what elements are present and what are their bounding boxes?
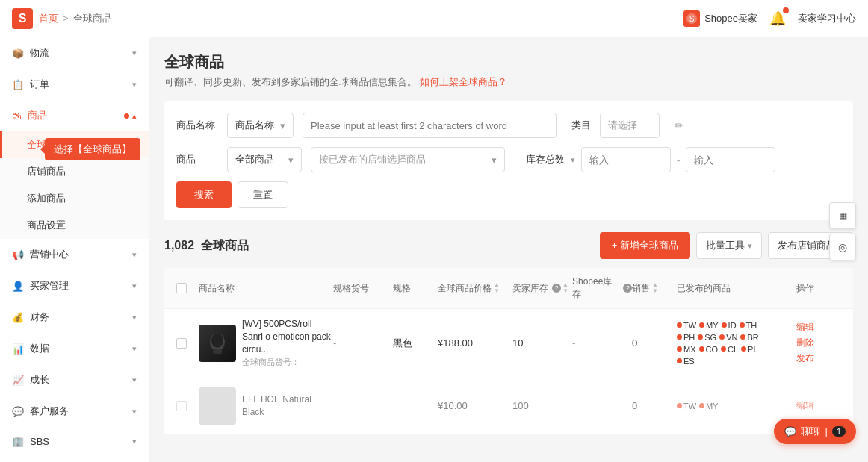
edit-link[interactable]: 编辑 — [796, 321, 841, 334]
product-name-input[interactable] — [303, 113, 557, 138]
buyer-icon: 👤 — [12, 281, 24, 292]
barcode-tool-button[interactable]: ▦ — [829, 202, 856, 229]
sidebar-item-product-settings[interactable]: 商品设置 — [0, 212, 149, 239]
region-id: ID — [722, 321, 737, 330]
how-to-list-link[interactable]: 如何上架全球商品？ — [420, 76, 507, 87]
seller-stock-info-icon[interactable]: ? — [552, 284, 561, 293]
row-shopee-stock-col: - — [572, 337, 632, 349]
chat-button[interactable]: 💬 聊聊 | 1 — [774, 419, 856, 444]
add-global-product-button[interactable]: + 新增全球商品 — [600, 232, 690, 259]
row2-checkbox[interactable] — [176, 401, 187, 411]
product-type-label: 商品 — [176, 153, 218, 166]
chat-label: 聊聊 — [801, 425, 820, 438]
row-check-col — [176, 338, 199, 349]
publish-link[interactable]: 发布 — [796, 352, 841, 365]
region-ph: PH — [677, 333, 695, 342]
notification-button[interactable]: 🔔 — [769, 10, 786, 27]
batch-tool-chevron-icon: ▾ — [748, 241, 752, 251]
header-logo: S 首页 > 全球商品 — [12, 8, 112, 29]
float-tools: ▦ ◎ — [829, 202, 856, 260]
sidebar-item-logistics[interactable]: 📦 物流 ▾ — [0, 37, 149, 69]
row-spec-col: 黑色 — [393, 337, 438, 350]
row-seller-stock-col: 10 — [512, 337, 572, 349]
sidebar-item-finance[interactable]: 💰 财务 ▾ — [0, 302, 149, 333]
breadcrumb-home[interactable]: 首页 — [39, 12, 58, 25]
sidebar-item-label-logistics: 物流 — [30, 46, 132, 60]
filter-actions: 搜索 重置 — [176, 181, 841, 208]
select-all-checkbox[interactable] — [176, 283, 187, 293]
region-tw: TW — [677, 321, 696, 330]
reset-button[interactable]: 重置 — [238, 181, 288, 208]
sidebar-item-label-growth: 成长 — [30, 373, 132, 387]
sidebar-item-products[interactable]: 🛍 商品 ▴ — [0, 100, 149, 131]
region-es: ES — [677, 357, 695, 366]
products-icon: 🛍 — [12, 110, 22, 122]
svg-rect-4 — [213, 349, 222, 354]
sidebar-item-label-marketing: 营销中心 — [30, 248, 132, 261]
table-row-2: EFL HOE Natural Black ¥10.00 100 0 TW MY… — [164, 378, 853, 434]
sidebar-item-label-products: 商品 — [28, 109, 124, 122]
service-icon: 💬 — [12, 406, 24, 417]
row-product-name-col: [WV] 500PCS/roll Sanri o emoticon pack c… — [199, 318, 333, 369]
seller-stock-sort-icon[interactable]: ▲ ▼ — [562, 282, 568, 294]
row-published-col: TW MY ID TH PH SG VN BR MX CO CL PL ES — [677, 321, 796, 366]
product-name-type-select[interactable]: 商品名称 ▾ — [227, 113, 294, 138]
product-name-text: [WV] 500PCS/roll Sanri o emoticon pack c… — [242, 318, 333, 369]
orders-icon: 📋 — [12, 79, 24, 90]
product-type-select[interactable]: 全部商品 ▾ — [227, 147, 302, 172]
breadcrumb-separator: > — [63, 13, 69, 24]
category-select[interactable]: 请选择 — [600, 113, 660, 138]
sales-sort-icon[interactable]: ▲ ▼ — [652, 282, 658, 294]
learning-center-link[interactable]: 卖家学习中心 — [798, 12, 856, 25]
circle-tool-button[interactable]: ◎ — [829, 234, 856, 260]
sidebar-item-service[interactable]: 💬 客户服务 ▾ — [0, 396, 149, 427]
chevron-down-icon-marketing: ▾ — [132, 250, 137, 260]
header-col-seller-stock: 卖家库存 ? ▲ ▼ — [512, 282, 572, 295]
header-check-col — [176, 283, 199, 293]
header-col-spec: 规格 — [393, 282, 438, 295]
sidebar-item-marketing[interactable]: 📢 营销中心 ▾ — [0, 239, 149, 270]
filter-area: 商品名称 商品名称 ▾ 类目 请选择 ✏ 商品 全部商品 ▾ — [164, 101, 853, 220]
stock-to-input[interactable] — [686, 147, 775, 172]
chevron-down-icon-service: ▾ — [132, 407, 137, 416]
sidebar-item-orders[interactable]: 📋 订单 ▾ — [0, 69, 149, 100]
sidebar-item-label-service: 客户服务 — [30, 405, 132, 418]
search-button[interactable]: 搜索 — [176, 181, 232, 208]
sidebar-item-shop-products[interactable]: 店铺商品 — [0, 158, 149, 185]
row-sku-col: - — [333, 337, 393, 349]
chevron-down-icon-growth: ▾ — [132, 375, 137, 385]
product-count: 1,082 全球商品 — [164, 238, 249, 254]
shop-select[interactable]: 按已发布的店铺选择商品 ▾ — [311, 147, 505, 172]
row-checkbox[interactable] — [176, 338, 187, 349]
region-vn: VN — [719, 333, 737, 342]
stock-filter: 库存总数 ▾ - — [526, 147, 775, 172]
product-name-label: 商品名称 — [176, 119, 218, 132]
sidebar-item-sbs[interactable]: 🏢 SBS ▾ — [0, 427, 149, 456]
chevron-up-icon-products: ▴ — [132, 111, 137, 121]
price-sort-icon[interactable]: ▲ ▼ — [494, 282, 500, 294]
table-header: 商品名称 规格货号 规格 全球商品价格 ▲ ▼ 卖家库存 ? ▲ ▼ — [164, 268, 853, 309]
sidebar-item-label-finance: 财务 — [30, 310, 132, 324]
seller-name[interactable]: Shopee卖家 — [704, 12, 757, 25]
edit-link-2[interactable]: 编辑 — [796, 400, 814, 411]
sidebar-item-add-products[interactable]: 添加商品 — [0, 185, 149, 212]
header-col-action: 操作 — [796, 282, 841, 295]
product-table: 商品名称 规格货号 规格 全球商品价格 ▲ ▼ 卖家库存 ? ▲ ▼ — [164, 268, 853, 434]
batch-tool-button[interactable]: 批量工具 ▾ — [696, 232, 762, 259]
stock-from-input[interactable] — [581, 147, 671, 172]
sidebar-item-data[interactable]: 📊 数据 ▾ — [0, 333, 149, 364]
category-label: 类目 — [571, 119, 591, 132]
product-type-chevron-icon: ▾ — [288, 154, 294, 166]
sidebar-item-buyer[interactable]: 👤 买家管理 ▾ — [0, 270, 149, 302]
edit-category-icon[interactable]: ✏ — [675, 119, 683, 131]
header-col-price: 全球商品价格 ▲ ▼ — [438, 282, 512, 295]
breadcrumb: 首页 > 全球商品 — [39, 12, 112, 25]
chevron-down-icon-sbs: ▾ — [132, 437, 137, 446]
chat-badge: 1 — [832, 426, 846, 437]
page-title: 全球商品 — [164, 52, 853, 72]
bell-icon: 🔔 — [769, 11, 786, 26]
sidebar-item-growth[interactable]: 📈 成长 ▾ — [0, 364, 149, 396]
delete-link[interactable]: 删除 — [796, 337, 841, 349]
shopee-stock-info-icon[interactable]: ? — [623, 284, 632, 293]
chat-icon: 💬 — [784, 426, 796, 437]
